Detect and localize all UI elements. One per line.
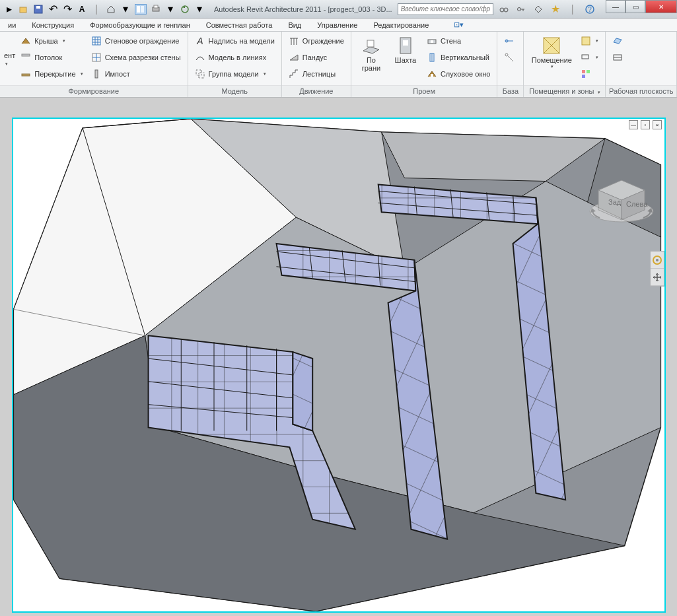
svg-rect-48 (582, 70, 585, 73)
area-icon (581, 36, 591, 46)
exchange-icon[interactable] (533, 4, 544, 15)
svg-rect-15 (22, 54, 30, 56)
stairs-button[interactable]: Лестницы (286, 67, 347, 81)
ramp-icon (289, 52, 299, 63)
close-button[interactable]: ✕ (645, 0, 677, 13)
svg-rect-4 (141, 6, 144, 13)
favorite-icon[interactable]: ★ (550, 4, 561, 15)
menu-item[interactable]: Формообразующие и генплан (82, 21, 198, 29)
viewport-3d[interactable]: — ▫ × Зад Слева (12, 118, 666, 613)
svg-text:?: ? (588, 6, 592, 13)
ribbon-panel-formirovanie: ент ▾ Крыша▾ Потолок Перекрытие▾ Стеново… (0, 32, 188, 97)
view-window-controls: — ▫ × (629, 120, 662, 129)
viewcube[interactable]: Зад Слева (585, 158, 658, 231)
app-title: Autodesk Revit Architecture 2011 - [prog… (214, 5, 392, 13)
area-button[interactable]: ▾ (578, 34, 601, 48)
roof-button[interactable]: Крыша▾ (18, 34, 85, 48)
ribbon-panel-opening: Пограни Шахта Стена Вертикальный Слухово… (351, 32, 498, 97)
steering-wheel-icon[interactable] (651, 252, 664, 269)
infocenter: ★ | ? ▾ (499, 4, 612, 15)
sep: | (91, 4, 102, 15)
svg-rect-2 (36, 6, 40, 9)
redo-button[interactable]: ↷ (62, 4, 73, 15)
panel-title: Движение (282, 85, 351, 97)
menu-item[interactable]: ии (0, 21, 24, 29)
wall-opening-button[interactable]: Стена (424, 34, 493, 48)
viewcube-face-back: Зад (608, 198, 622, 206)
svg-point-43 (505, 53, 508, 56)
undo-button[interactable]: ↶ (48, 4, 58, 15)
sync-icon[interactable] (180, 4, 190, 15)
grid2-icon (91, 52, 102, 63)
model-group-button[interactable]: Группа модели▾ (192, 67, 277, 81)
menu-item[interactable]: Управление (309, 21, 365, 29)
svg-rect-16 (22, 74, 30, 76)
room-button[interactable]: Помещение▾ (528, 34, 575, 84)
by-face-button[interactable]: Пограни (355, 34, 387, 84)
svg-rect-35 (403, 40, 408, 46)
wp-btn-2[interactable] (610, 50, 625, 65)
open-button[interactable] (18, 4, 29, 15)
drop-arrow-icon[interactable]: ▾ (5, 61, 15, 67)
datum-btn-2[interactable] (501, 50, 517, 65)
sep2: | (567, 4, 578, 15)
vertical-button[interactable]: Вертикальный (424, 50, 493, 65)
text-icon: A (195, 36, 205, 46)
text-a-icon[interactable]: A (77, 4, 87, 15)
home-icon[interactable] (106, 4, 116, 15)
pan-icon[interactable] (651, 269, 664, 286)
svg-line-44 (508, 56, 513, 61)
svg-rect-47 (582, 55, 588, 59)
dormer-button[interactable]: Слуховое окно (424, 67, 493, 81)
show-icon (612, 52, 623, 63)
svg-rect-50 (582, 75, 585, 78)
help-icon[interactable]: ? (585, 4, 595, 15)
search-input[interactable] (398, 3, 493, 15)
shaft-button[interactable]: Шахта (390, 34, 421, 84)
view-icon[interactable]: ▾ (120, 4, 131, 15)
line-icon (195, 52, 205, 63)
properties-icon[interactable] (135, 4, 147, 15)
curtain-grid-button[interactable]: Схема разрезки стены (89, 50, 184, 65)
menu-overflow-icon[interactable]: ⊡▾ (446, 20, 472, 29)
maximize-button[interactable]: ▭ (625, 0, 645, 13)
titlebar: ▸ ↶ ↷ A | ▾ ▾ ▾ Autodesk Revit Architect… (0, 0, 677, 18)
ruler-icon[interactable]: ▾ (165, 4, 176, 15)
binoculars-icon[interactable] (499, 4, 509, 15)
tag-icon (581, 52, 591, 63)
room-icon (541, 35, 562, 56)
svg-point-10 (517, 7, 520, 11)
model-line-button[interactable]: Модель в линиях (192, 50, 277, 65)
ceiling-button[interactable]: Потолок (18, 50, 85, 65)
view-minimize-button[interactable]: — (629, 120, 638, 129)
menu-item[interactable]: Редактирование (365, 21, 437, 29)
key-icon[interactable] (516, 4, 526, 15)
floor-button[interactable]: Перекрытие▾ (18, 67, 85, 81)
datum-btn-1[interactable] (501, 34, 517, 48)
mullion-button[interactable]: Импост (89, 67, 184, 81)
railing-button[interactable]: Ограждение (286, 34, 347, 48)
model-text-button[interactable]: AНадпись на модели (192, 34, 277, 48)
print-icon[interactable] (151, 4, 161, 15)
qat-drop[interactable]: ▾ (194, 4, 205, 15)
legend-icon (581, 69, 591, 79)
floor-icon (20, 69, 31, 79)
menu-item[interactable]: Вид (280, 21, 309, 29)
curtain-wall-button[interactable]: Стеновое ограждение (89, 34, 184, 48)
legend-button[interactable] (578, 67, 601, 81)
view-maximize-button[interactable]: ▫ (641, 120, 650, 129)
wp-btn-1[interactable] (610, 34, 625, 48)
grid-icon (91, 36, 102, 46)
navigation-bar (650, 251, 664, 287)
ramp-button[interactable]: Пандус (286, 50, 347, 65)
save-button[interactable] (33, 4, 44, 15)
menu-item[interactable]: Конструкция (24, 21, 82, 29)
shaft-icon (395, 35, 416, 56)
app-menu-button[interactable]: ▸ (4, 4, 15, 15)
minimize-button[interactable]: — (606, 0, 625, 13)
dormer-icon (427, 69, 437, 79)
menu-item[interactable]: Совместная работа (198, 21, 281, 29)
ribbon-panel-model: AНадпись на модели Модель в линиях Групп… (188, 32, 282, 97)
tag-button[interactable]: ▾ (578, 50, 601, 65)
view-close-button[interactable]: × (653, 120, 662, 129)
